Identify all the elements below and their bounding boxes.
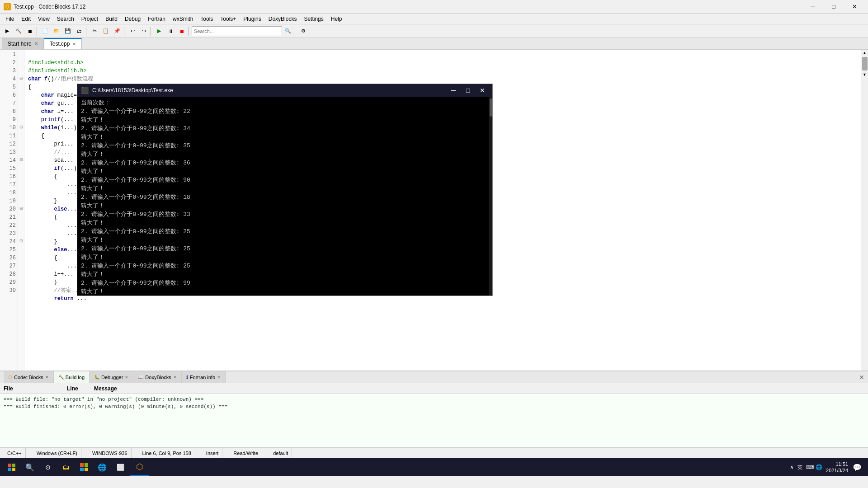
menu-doxyblocks[interactable]: DoxyBlocks (265, 14, 301, 24)
menu-plugins[interactable]: Plugins (240, 14, 264, 24)
editor-scrollbar[interactable]: ▲ ▼ (861, 50, 868, 371)
taskbar-notification[interactable]: 💬 (850, 463, 864, 472)
logs-tab-debugger[interactable]: 🐛 Debugger ✕ (90, 371, 133, 383)
menu-wxsmith[interactable]: wxSmith (169, 14, 197, 24)
toolbar-search-input[interactable] (192, 26, 282, 36)
windows-logo-icon (8, 464, 15, 471)
taskbar-codeblocks-app[interactable]: ⬡ (130, 459, 149, 476)
logs-col-file-header: File (4, 385, 67, 392)
toolbar: ▶ 🔨 ⏹ 📄 📂 💾 🗂 ✂ 📋 📌 ↩ ↪ ▶ ⏸ ⏹ 🔍 ⚙ (0, 24, 868, 38)
taskbar-search[interactable]: 🔍 (22, 459, 38, 475)
logs-tab-build[interactable]: 🔨 Build log (54, 371, 90, 383)
menu-settings[interactable]: Settings (300, 14, 327, 24)
fold-20[interactable]: ⊟ (18, 204, 24, 212)
log-message: === Build finished: 0 error(s), 0 warnin… (4, 403, 864, 410)
status-position: Line 6, Col 9, Pos 158 (139, 448, 195, 458)
toolbar-open[interactable]: 📂 (51, 26, 62, 37)
maximize-button[interactable]: □ (824, 0, 844, 14)
taskbar-app1[interactable] (76, 459, 92, 475)
scroll-up-arrow[interactable]: ▲ (862, 50, 868, 56)
terminal-scrollbar[interactable] (489, 97, 492, 296)
menu-edit[interactable]: Edit (18, 14, 34, 24)
logs-tab-codeblocks[interactable]: ⬡ Code::Blocks ✕ (4, 371, 54, 383)
taskbar-clock[interactable]: 11:51 2021/3/24 (826, 461, 848, 474)
logs-tab-doxyblocks[interactable]: 📖 DoxyBlocks ✕ (133, 371, 181, 383)
menu-search[interactable]: Search (53, 14, 78, 24)
logs-tab-fortran-close[interactable]: ✕ (217, 375, 221, 380)
toolbar-new[interactable]: 📄 (40, 26, 51, 37)
toolbar-debug-stop[interactable]: ⏹ (176, 26, 187, 37)
tray-lang[interactable]: 英 (796, 464, 804, 471)
tab-test-cpp-close[interactable]: ✕ (72, 42, 76, 47)
logs-tab-debugger-close[interactable]: ✕ (125, 375, 128, 380)
toolbar-settings-gear[interactable]: ⚙ (298, 26, 309, 37)
fold-10[interactable]: ⊟ (18, 123, 24, 131)
tray-network-icon[interactable]: 🌐 (816, 464, 822, 470)
fold-24[interactable]: ⊟ (18, 237, 24, 245)
menu-view[interactable]: View (34, 14, 53, 24)
toolbar-redo[interactable]: ↪ (138, 26, 149, 37)
taskbar-files[interactable]: 🗂 (58, 459, 74, 475)
logs-panel-close[interactable]: ✕ (859, 374, 864, 381)
logs-tab-fortran[interactable]: ℹ Fortran info ✕ (182, 371, 226, 383)
fold-14[interactable]: ⊟ (18, 155, 24, 164)
terminal-body[interactable]: 当前次数：2. 请输入一个介于0~99之间的整数: 22猜大了！2. 请输入一个… (77, 97, 489, 296)
status-bar: C/C++ Windows (CR+LF) WINDOWS-936 Line 6… (0, 447, 868, 458)
terminal-minimize[interactable]: ─ (447, 85, 460, 95)
menu-file[interactable]: File (2, 14, 18, 24)
toolbar-search-btn[interactable]: 🔍 (283, 26, 293, 37)
editor-area: 12345 678910 1112131415 1617181920 21222… (0, 50, 868, 371)
menu-debug[interactable]: Debug (121, 14, 144, 24)
title-bar: ⬡ Test.cpp - Code::Blocks 17.12 ─ □ ✕ (0, 0, 868, 14)
logs-col-line-header: Line (67, 385, 94, 392)
tab-start-here-close[interactable]: ✕ (34, 41, 38, 46)
taskbar-edge[interactable]: 🌐 (94, 459, 110, 475)
toolbar-save-all[interactable]: 🗂 (74, 26, 85, 37)
tab-test-cpp[interactable]: Test.cpp ✕ (44, 38, 82, 49)
status-line-ending: Windows (CR+LF) (33, 448, 81, 458)
taskbar-virt-desktop[interactable]: ⬜ (112, 459, 128, 475)
minimize-button[interactable]: ─ (803, 0, 823, 14)
tray-arrow[interactable]: ∧ (790, 464, 794, 470)
taskbar-right: ∧ 英 ⌨ 🌐 11:51 2021/3/24 💬 (790, 461, 864, 474)
menu-help[interactable]: Help (327, 14, 346, 24)
menu-tools-plus[interactable]: Tools+ (217, 14, 240, 24)
logs-tab-doxyblocks-close[interactable]: ✕ (173, 375, 177, 380)
terminal-icon: ⬛ (81, 87, 89, 94)
tray-keyboard-icon[interactable]: ⌨ (806, 464, 814, 470)
toolbar-paste[interactable]: 📌 (112, 26, 123, 37)
tab-start-here[interactable]: Start here ✕ (2, 38, 44, 49)
taskbar-taskview[interactable]: ⊙ (40, 459, 56, 475)
fold-4[interactable]: ⊟ (18, 74, 24, 82)
terminal-title: C:\Users\18153\Desktop\Test.exe (92, 87, 173, 94)
logs-tab-doxyblocks-label: DoxyBlocks (145, 375, 171, 380)
tray-area: ∧ 英 ⌨ 🌐 (790, 464, 824, 471)
menu-fortran[interactable]: Fortran (144, 14, 169, 24)
title-bar-left: ⬡ Test.cpp - Code::Blocks 17.12 (4, 3, 85, 10)
menu-project[interactable]: Project (78, 14, 102, 24)
toolbar-sep5 (189, 27, 190, 36)
logs-panel: ⬡ Code::Blocks ✕ 🔨 Build log 🐛 Debugger … (0, 371, 868, 447)
logs-columns: File Line Message (0, 383, 868, 394)
terminal-scroll-thumb (490, 99, 492, 117)
scroll-down-arrow[interactable]: ▼ (862, 71, 868, 78)
toolbar-run[interactable]: ▶ (2, 26, 13, 37)
toolbar-cut[interactable]: ✂ (89, 26, 100, 37)
toolbar-debug-run[interactable]: ▶ (154, 26, 165, 37)
toolbar-build[interactable]: 🔨 (13, 26, 24, 37)
close-button[interactable]: ✕ (844, 0, 864, 14)
toolbar-save[interactable]: 💾 (62, 26, 73, 37)
toolbar-stop[interactable]: ⏹ (24, 26, 35, 37)
taskbar-start[interactable] (4, 459, 20, 475)
app-icon: ⬡ (4, 3, 11, 10)
terminal-maximize[interactable]: □ (462, 85, 474, 95)
logs-content: === Build file: "no target" in "no proje… (0, 394, 868, 447)
toolbar-undo[interactable]: ↩ (127, 26, 138, 37)
scroll-thumb[interactable] (862, 57, 868, 70)
toolbar-copy[interactable]: 📋 (100, 26, 111, 37)
logs-tab-codeblocks-close[interactable]: ✕ (45, 375, 49, 380)
terminal-close[interactable]: ✕ (476, 85, 489, 95)
menu-tools[interactable]: Tools (197, 14, 217, 24)
menu-build[interactable]: Build (102, 14, 121, 24)
toolbar-debug-pause[interactable]: ⏸ (165, 26, 176, 37)
